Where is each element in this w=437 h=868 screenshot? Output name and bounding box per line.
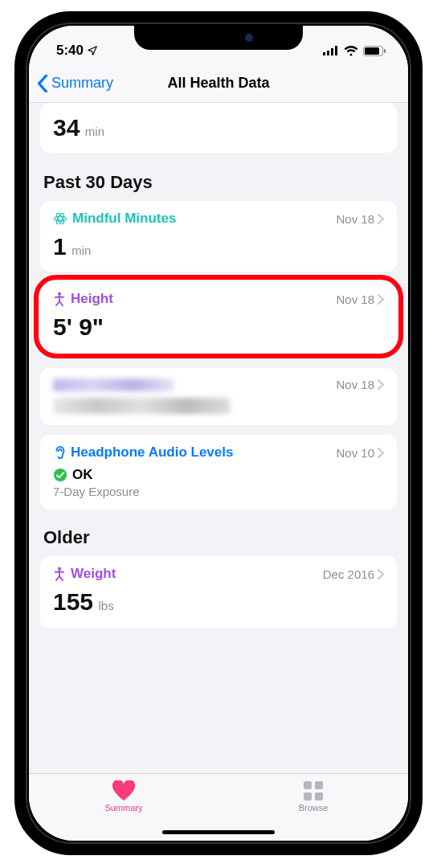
status-time-text: 5:40 xyxy=(56,43,84,59)
svg-rect-6 xyxy=(384,49,386,53)
svg-rect-15 xyxy=(315,781,323,789)
home-indicator[interactable] xyxy=(162,830,275,834)
workouts-unit: min xyxy=(85,125,104,138)
svg-rect-0 xyxy=(323,52,325,55)
ear-icon xyxy=(53,445,66,460)
svg-rect-16 xyxy=(304,792,312,800)
checkmark-circle-icon xyxy=(53,468,67,482)
card-redacted[interactable]: Nov 18 xyxy=(40,368,397,425)
back-label: Summary xyxy=(51,75,113,92)
workouts-value: 34 xyxy=(53,114,80,141)
height-date: Nov 18 xyxy=(336,293,374,306)
svg-point-8 xyxy=(55,216,67,221)
chevron-right-icon xyxy=(378,214,384,224)
weight-unit: lbs xyxy=(99,599,114,612)
svg-rect-14 xyxy=(304,781,312,789)
cellular-icon xyxy=(323,46,339,55)
back-button[interactable]: Summary xyxy=(37,75,113,92)
chevron-right-icon xyxy=(378,569,384,579)
svg-rect-5 xyxy=(365,47,379,55)
chevron-left-icon xyxy=(37,75,48,92)
phone-frame: 5:40 Summary All Health Data Workouts xyxy=(14,11,423,855)
chevron-right-icon xyxy=(378,448,384,458)
screen: 5:40 Summary All Health Data Workouts xyxy=(29,26,408,841)
card-headphone-audio-levels[interactable]: Headphone Audio Levels Nov 10 OK 7-Day E… xyxy=(40,435,397,510)
headphone-sub: 7-Day Exposure xyxy=(53,485,384,498)
card-mindful-minutes[interactable]: Mindful Minutes Nov 18 1 min xyxy=(40,201,397,272)
chevron-right-icon xyxy=(378,379,384,390)
svg-rect-3 xyxy=(335,46,337,55)
section-past-30-days: Past 30 Days xyxy=(43,172,394,193)
headphone-date: Nov 10 xyxy=(336,446,374,460)
location-icon xyxy=(87,45,98,56)
svg-point-11 xyxy=(58,293,61,296)
mindful-label: Mindful Minutes xyxy=(72,211,176,227)
svg-rect-17 xyxy=(315,792,323,800)
tab-summary-label: Summary xyxy=(104,803,142,813)
content[interactable]: Workouts Dec 3 34 min Past 30 Days xyxy=(29,103,408,773)
height-value: 5' 9" xyxy=(53,313,104,340)
workouts-date: Dec 3 xyxy=(343,103,374,104)
tab-bar: Summary Browse xyxy=(29,773,408,841)
grid-icon xyxy=(303,780,324,801)
svg-rect-2 xyxy=(331,48,333,55)
card-workouts[interactable]: Workouts Dec 3 34 min xyxy=(40,103,397,153)
section-older: Older xyxy=(43,527,394,548)
chevron-right-icon xyxy=(378,294,384,305)
tab-browse-label: Browse xyxy=(299,803,329,813)
weight-date: Dec 2016 xyxy=(323,567,374,581)
body-icon xyxy=(53,567,66,581)
workouts-label: Workouts xyxy=(53,103,116,105)
headphone-label: Headphone Audio Levels xyxy=(71,444,233,461)
redacted-title xyxy=(53,379,174,391)
weight-label: Weight xyxy=(71,566,116,582)
nav-bar: Summary All Health Data xyxy=(29,64,408,103)
redacted-value xyxy=(53,398,230,414)
card-weight[interactable]: Weight Dec 2016 155 lbs xyxy=(40,556,397,628)
svg-rect-1 xyxy=(327,51,329,55)
body-icon xyxy=(53,292,66,306)
mindful-icon xyxy=(53,211,67,226)
mindful-date: Nov 18 xyxy=(336,212,374,226)
wifi-icon xyxy=(344,46,358,56)
svg-point-12 xyxy=(54,469,67,481)
card-height[interactable]: Height Nov 18 5' 9" xyxy=(40,281,397,352)
status-time: 5:40 xyxy=(56,43,98,59)
heart-icon xyxy=(112,780,136,801)
page-title: All Health Data xyxy=(167,75,269,92)
svg-point-13 xyxy=(58,567,61,571)
mindful-value: 1 xyxy=(53,233,67,260)
redacted-date: Nov 18 xyxy=(336,378,374,391)
notch xyxy=(134,26,303,50)
battery-icon xyxy=(363,46,386,56)
mindful-unit: min xyxy=(71,244,91,257)
headphone-status: OK xyxy=(72,467,93,483)
weight-value: 155 xyxy=(53,588,93,615)
height-label: Height xyxy=(71,291,113,307)
